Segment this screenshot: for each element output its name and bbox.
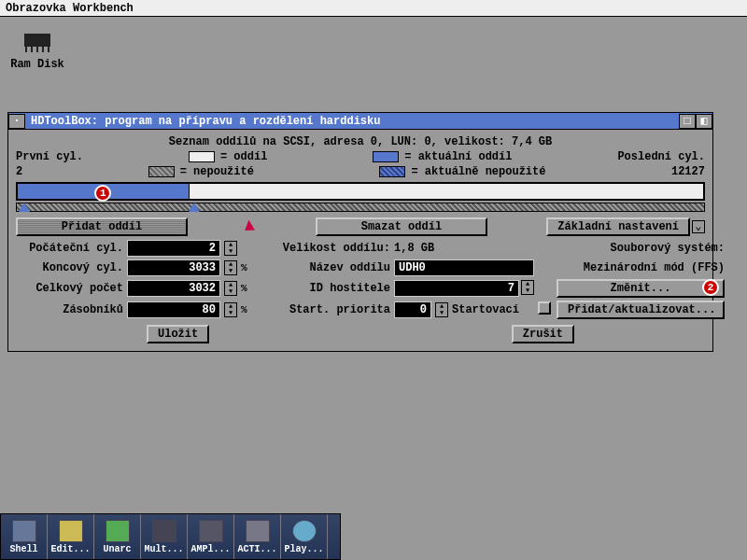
window-titlebar[interactable]: · HDToolBox: program na přípravu a rozdě…	[8, 113, 712, 130]
app-icon	[246, 520, 270, 542]
start-cyl-spinner[interactable]: ▲▼	[224, 241, 237, 256]
cycle-gadget-icon[interactable]: ⌄	[692, 220, 705, 233]
first-cyl-value: 2	[16, 165, 22, 178]
shell-icon	[12, 520, 36, 542]
svg-rect-0	[24, 34, 50, 47]
task-play[interactable]: Play...	[281, 514, 328, 559]
callout-2: 2	[702, 279, 719, 296]
window-title: HDToolBox: program na přípravu a rozděle…	[25, 115, 679, 128]
legend-current-unused-swatch	[379, 166, 405, 177]
callout-1: 1	[94, 185, 111, 202]
slider-handle-right[interactable]	[189, 203, 200, 212]
slider-track[interactable]	[16, 203, 705, 212]
ramdisk-icon[interactable]: Ram Disk	[9, 28, 65, 71]
name-label: Název oddílu	[260, 261, 390, 274]
buffers-spinner[interactable]: ▲▼	[224, 302, 237, 317]
buffers-input[interactable]: 80	[127, 301, 220, 318]
total-label: Celkový počet	[16, 282, 123, 295]
size-label: Velikost oddílu:	[260, 242, 390, 255]
total-input[interactable]: 3032	[127, 280, 220, 297]
legend-current-swatch	[373, 151, 399, 162]
ramdisk-label: Ram Disk	[9, 58, 65, 71]
task-acti[interactable]: ACTI...	[234, 514, 281, 559]
partition-name-input[interactable]	[394, 259, 534, 276]
legend-partition-swatch	[189, 151, 215, 162]
delete-partition-button[interactable]: Smazat oddíl	[316, 217, 487, 236]
chip-icon	[19, 28, 56, 54]
disc-icon	[292, 520, 317, 542]
legend-unused-swatch	[148, 166, 175, 177]
total-spinner[interactable]: ▲▼	[224, 281, 237, 296]
partition-bar[interactable]: 1	[16, 182, 705, 201]
fs-label: Souborový systém:	[557, 242, 725, 255]
basic-settings-cycle[interactable]: Základní nastavení⌄	[546, 217, 705, 236]
fs-mode: Mezinárodní mód (FFS)	[557, 261, 725, 274]
cancel-button[interactable]: Zrušit	[512, 325, 574, 343]
size-value: 1,8 GB	[394, 242, 534, 255]
hostid-spinner[interactable]: ▲▼	[521, 280, 534, 295]
depth-gadget[interactable]: ◧	[696, 114, 712, 129]
task-shell[interactable]: Shell	[1, 514, 48, 559]
legend-current-unused: = aktuálně nepoužité	[411, 165, 545, 178]
legend-current: = aktuální oddíl	[404, 150, 512, 163]
screen-title: Obrazovka Workbench	[6, 2, 134, 15]
pct-3: %	[241, 304, 256, 315]
speaker-icon	[199, 520, 223, 542]
legend-unused: = nepoužité	[180, 165, 254, 178]
start-cyl-label: Počáteční cyl.	[16, 242, 123, 255]
legend-partition: = oddíl	[220, 150, 267, 163]
partition-segment-current[interactable]: 1	[18, 184, 190, 199]
last-cyl-label: Poslední cyl.	[617, 150, 705, 163]
bootpri-input[interactable]: 0	[394, 301, 431, 318]
bootable-label: Startovací	[452, 303, 519, 316]
slider-handle-left[interactable]	[19, 203, 30, 212]
task-mult[interactable]: Mult...	[141, 514, 188, 559]
close-gadget[interactable]: ·	[8, 114, 25, 129]
hostid-label: ID hostitele	[260, 282, 390, 295]
task-unarc[interactable]: Unarc	[94, 514, 141, 559]
taskbar: Shell Edit... Unarc Mult... AMPl... ACTI…	[0, 513, 341, 560]
bootpri-spinner[interactable]: ▲▼	[435, 302, 448, 317]
screen-titlebar: Obrazovka Workbench	[0, 0, 747, 17]
edit-icon	[59, 520, 83, 542]
pointer-icon	[246, 220, 259, 234]
end-cyl-spinner[interactable]: ▲▼	[224, 260, 237, 275]
bootpri-label: Start. priorita	[260, 303, 390, 316]
pct-1: %	[241, 262, 256, 273]
basic-settings-button[interactable]: Základní nastavení	[546, 217, 690, 236]
bootable-checkbox[interactable]	[538, 301, 551, 315]
add-update-fs-button[interactable]: Přidat/aktualizovat...	[557, 301, 725, 319]
last-cyl-value: 12127	[671, 165, 705, 178]
end-cyl-label: Koncový cyl.	[16, 261, 123, 274]
end-cyl-input[interactable]: 3033	[127, 259, 220, 276]
hostid-input[interactable]: 7	[394, 280, 519, 297]
disk-info: Seznam oddílů na SCSI, adresa 0, LUN: 0,…	[16, 135, 705, 148]
task-edit[interactable]: Edit...	[48, 514, 94, 559]
add-partition-button[interactable]: Přidat oddíl	[16, 217, 188, 236]
save-button[interactable]: Uložit	[147, 325, 209, 343]
start-cyl-input[interactable]: 2	[127, 240, 220, 257]
task-ampl[interactable]: AMPl...	[188, 514, 234, 559]
hdtoolbox-window: · HDToolBox: program na přípravu a rozdě…	[7, 112, 713, 352]
pct-2: %	[241, 283, 256, 294]
change-fs-button[interactable]: Změnit...	[557, 279, 725, 298]
magnifier-icon	[152, 520, 176, 542]
box-icon	[106, 520, 130, 542]
first-cyl-label: První cyl.	[16, 150, 83, 163]
zoom-gadget[interactable]: □	[679, 114, 696, 129]
buffers-label: Zásobníků	[16, 303, 123, 316]
